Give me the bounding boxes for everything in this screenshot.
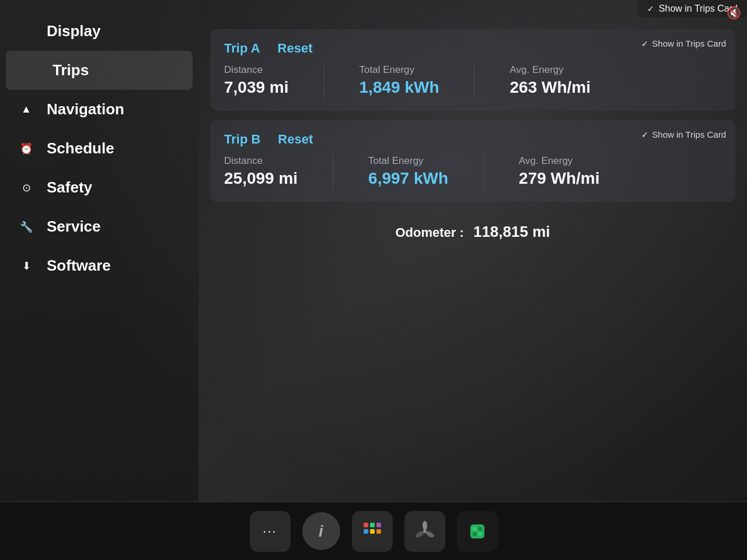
svg-rect-11: [473, 527, 477, 531]
trip-a-stats: Distance 7,039 mi Total Energy 1,849 kWh…: [224, 64, 721, 99]
svg-point-7: [423, 521, 427, 530]
sidebar-label-navigation: Navigation: [47, 100, 124, 118]
taskbar: ··· i: [0, 502, 747, 560]
trip-b-distance-label: Distance: [224, 155, 298, 167]
divider-2: [474, 64, 474, 99]
fan-icon: [413, 520, 437, 543]
trip-b-show-trips-label: Show in Trips Card: [652, 130, 726, 139]
taskbar-dots-button[interactable]: ···: [250, 511, 291, 552]
trip-b-distance: Distance 25,099 mi: [224, 155, 298, 190]
divider-1: [324, 64, 324, 99]
trip-b-avg-value: 279 Wh/mi: [519, 169, 599, 188]
trips-icon: [23, 62, 41, 79]
svg-rect-13: [473, 532, 477, 536]
trip-b-avg-label: Avg. Energy: [519, 155, 599, 167]
svg-rect-12: [478, 527, 482, 531]
main-content: Trip A Reset Distance 7,039 mi Total Ene…: [198, 0, 747, 502]
trip-b-reset-button[interactable]: Reset: [278, 132, 313, 147]
trip-b-distance-value: 25,099 mi: [224, 169, 298, 188]
software-icon: ⬇: [18, 257, 35, 275]
screen: ✓ Show in Trips Card Display Trips ▲ Nav…: [0, 0, 747, 560]
trip-b-total-energy: Total Energy 6,997 kWh: [368, 155, 448, 190]
navigation-icon: ▲: [18, 101, 35, 118]
trip-b-label: Trip B: [224, 132, 260, 147]
info-icon: i: [319, 522, 323, 541]
svg-rect-3: [370, 529, 375, 534]
trip-b-show-trips[interactable]: ✓ Show in Trips Card: [641, 130, 726, 139]
trip-a-distance-value: 7,039 mi: [224, 78, 289, 97]
trip-a-check-icon: ✓: [641, 39, 648, 48]
trip-a-show-trips-label: Show in Trips Card: [652, 38, 726, 48]
sidebar-item-schedule[interactable]: ⏰ Schedule: [0, 129, 198, 168]
sidebar-item-display[interactable]: Display: [0, 12, 198, 51]
green-icon: [467, 521, 488, 542]
sidebar-item-software[interactable]: ⬇ Software: [0, 246, 198, 285]
svg-rect-5: [376, 529, 381, 534]
taskbar-green-button[interactable]: [457, 511, 498, 552]
taskbar-grid-button[interactable]: [352, 511, 393, 552]
trip-a-avg-label: Avg. Energy: [509, 64, 590, 76]
trip-b-avg-energy: Avg. Energy 279 Wh/mi: [519, 155, 599, 190]
sidebar-label-display: Display: [47, 22, 101, 40]
trip-b-stats: Distance 25,099 mi Total Energy 6,997 kW…: [224, 155, 721, 190]
sidebar: Display Trips ▲ Navigation ⏰ Schedule ⊙ …: [0, 0, 198, 560]
sidebar-label-software: Software: [47, 257, 111, 275]
dots-label: ···: [263, 524, 277, 539]
trip-b-energy-label: Total Energy: [368, 155, 448, 167]
trip-a-show-trips[interactable]: ✓ Show in Trips Card: [641, 38, 726, 48]
odometer-row: Odometer : 118,815 mi: [210, 211, 735, 253]
divider-4: [483, 155, 484, 190]
schedule-icon: ⏰: [18, 140, 35, 158]
taskbar-info-button[interactable]: i: [302, 512, 340, 550]
safety-icon: ⊙: [18, 179, 35, 197]
trip-a-energy-value: 1,849 kWh: [359, 78, 439, 97]
grid-icon: [362, 521, 383, 542]
trip-a-avg-energy: Avg. Energy 263 Wh/mi: [509, 64, 590, 99]
sidebar-label-service: Service: [47, 218, 101, 236]
trip-a-total-energy: Total Energy 1,849 kWh: [359, 64, 439, 99]
trip-b-energy-value: 6,997 kWh: [368, 169, 448, 188]
svg-rect-1: [370, 523, 375, 527]
taskbar-fan-button[interactable]: [404, 511, 445, 552]
divider-3: [333, 155, 333, 190]
trip-a-reset-button[interactable]: Reset: [278, 41, 313, 56]
sidebar-item-safety[interactable]: ⊙ Safety: [0, 168, 198, 207]
odometer-label: Odometer :: [395, 225, 463, 240]
svg-rect-4: [376, 523, 381, 527]
svg-rect-0: [364, 523, 368, 527]
sidebar-label-schedule: Schedule: [47, 139, 114, 158]
trip-a-section: Trip A Reset Distance 7,039 mi Total Ene…: [210, 29, 735, 111]
trip-a-label: Trip A: [224, 41, 260, 56]
sidebar-label-trips: Trips: [53, 61, 89, 79]
svg-rect-10: [470, 524, 484, 538]
sidebar-item-navigation[interactable]: ▲ Navigation: [0, 90, 198, 129]
mute-icon[interactable]: 🔇: [727, 6, 741, 20]
service-icon: 🔧: [18, 218, 35, 236]
trip-b-check-icon: ✓: [641, 130, 648, 139]
svg-rect-14: [478, 532, 482, 536]
trip-a-avg-value: 263 Wh/mi: [509, 78, 590, 97]
trip-b-section: Trip B Reset Distance 25,099 mi Total En…: [210, 120, 735, 202]
sidebar-item-trips[interactable]: Trips: [6, 51, 193, 90]
odometer-value: 118,815 mi: [473, 223, 550, 240]
sidebar-item-service[interactable]: 🔧 Service: [0, 207, 198, 246]
trip-a-distance: Distance 7,039 mi: [224, 64, 289, 99]
svg-rect-2: [364, 529, 368, 534]
sidebar-label-safety: Safety: [47, 178, 92, 197]
trip-a-distance-label: Distance: [224, 64, 289, 76]
display-icon: [18, 23, 35, 40]
trip-a-energy-label: Total Energy: [359, 64, 439, 76]
